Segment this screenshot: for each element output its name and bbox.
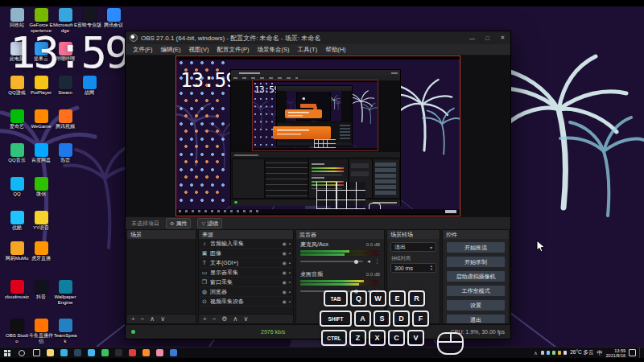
properties-icon[interactable]: ⚙ — [221, 315, 227, 324]
visibility-icon[interactable]: ◉ — [283, 289, 287, 294]
desktop-icon[interactable]: Wallpaper Engine — [53, 280, 77, 305]
menu-item[interactable]: 视图(V) — [185, 46, 213, 54]
visibility-icon[interactable]: ◉ — [283, 279, 287, 285]
desktop-icon[interactable]: 微信 — [29, 177, 53, 197]
source-row[interactable]: ❒窗口采集◉▪ — [199, 278, 293, 287]
preview-canvas[interactable]: 13:59 13:59 — [126, 56, 510, 216]
volume-slider[interactable] — [300, 261, 363, 262]
spinner-arrows-icon[interactable]: ▴▾ — [431, 265, 432, 272]
remove-icon[interactable]: − — [141, 315, 145, 324]
slider-knob[interactable] — [354, 290, 358, 294]
move-down-icon[interactable]: ∨ — [160, 315, 165, 324]
control-button[interactable]: 工作室模式 — [446, 285, 506, 297]
control-button[interactable]: 开始推流 — [446, 241, 506, 253]
desktop-icon[interactable]: TeamSpeak — [53, 319, 77, 343]
desktop-icon[interactable]: 爱奇艺 — [5, 109, 29, 130]
duration-spinner[interactable]: 300 ms ▴▾ — [390, 263, 436, 273]
slider-knob[interactable] — [354, 260, 358, 264]
menu-item[interactable]: 配置文件(P) — [213, 46, 254, 54]
desktop-icon[interactable]: 百度网盘 — [29, 143, 53, 163]
source-row[interactable]: ▭显示器采集◉▪ — [199, 268, 293, 278]
transition-select[interactable]: 淡出 ▾ — [390, 242, 436, 252]
obs-window[interactable]: OBS 27.0.1 (64-bit, windows) - 配置文件: 未命名… — [125, 31, 511, 339]
move-down-icon[interactable]: ∨ — [243, 315, 248, 324]
lock-icon[interactable]: ▪ — [289, 251, 291, 256]
taskbar-app-wechat[interactable] — [98, 348, 112, 359]
control-button[interactable]: 开始录制 — [446, 256, 506, 268]
source-row[interactable]: ♪音频输入采集◉▪ — [199, 239, 293, 249]
lock-icon[interactable]: ▪ — [289, 299, 291, 304]
sources-list[interactable]: ♪音频输入采集◉▪▣图像◉▪T文本(GDI+)◉▪▭显示器采集◉▪❒窗口采集◉▪… — [199, 239, 293, 314]
show-desktop-button[interactable] — [639, 348, 642, 359]
properties-button[interactable]: ⚙ 属性 — [166, 218, 191, 228]
desktop-icon[interactable]: 腾讯会议 — [101, 8, 126, 28]
weather-status[interactable]: 26°C 多云 — [570, 349, 593, 356]
desktop-icon[interactable]: QQ游戏 — [5, 76, 29, 96]
taskbar-app-file-explorer[interactable] — [43, 348, 57, 359]
control-button[interactable]: 设置 — [446, 299, 506, 311]
close-button[interactable]: ✕ — [495, 31, 510, 44]
lock-icon[interactable]: ▪ — [289, 290, 291, 294]
menu-bar[interactable]: 文件(F)编辑(E)视图(V)配置文件(P)场景集合(S)工具(T)帮助(H) — [126, 44, 510, 56]
taskbar-app-douyu[interactable] — [139, 348, 153, 359]
menu-item[interactable]: 编辑(E) — [157, 46, 185, 54]
visibility-icon[interactable]: ◉ — [283, 260, 287, 265]
speaker-icon[interactable]: ◄ — [366, 289, 371, 294]
tray-icon[interactable] — [547, 351, 551, 355]
menu-item[interactable]: 工具(T) — [294, 46, 322, 54]
minimize-button[interactable]: — — [464, 31, 480, 44]
lock-icon[interactable]: ▪ — [289, 270, 291, 275]
desktop-icon[interactable]: PotPlayer — [29, 76, 53, 96]
desktop-icon[interactable]: QQ音乐 — [5, 143, 29, 163]
desktop-icon[interactable]: Steam — [53, 76, 77, 96]
lock-icon[interactable]: ▪ — [289, 241, 291, 246]
source-row[interactable]: ◍浏览器◉▪ — [199, 287, 293, 297]
source-row[interactable]: ▣图像◉▪ — [199, 249, 293, 258]
desktop-icon[interactable]: OBS Studio — [5, 319, 29, 343]
speaker-icon[interactable]: ◄ — [366, 259, 371, 264]
volume-slider[interactable] — [300, 290, 363, 292]
taskbar-app-netease-music[interactable] — [126, 348, 139, 359]
notification-center-icon[interactable] — [629, 349, 636, 356]
start-button[interactable] — [0, 348, 14, 359]
desktop-icon[interactable]: 回收站 — [5, 8, 29, 28]
filters-button[interactable]: ▽ 滤镜 — [197, 218, 222, 228]
tray-expand-icon[interactable]: ∧ — [534, 350, 537, 356]
track-menu-icon[interactable]: ⋮ — [374, 288, 380, 294]
menu-item[interactable]: 文件(F) — [129, 46, 157, 54]
tray-icon[interactable] — [552, 351, 556, 355]
scenes-list[interactable] — [127, 239, 196, 314]
tray-icon[interactable] — [558, 351, 562, 355]
desktop-icon[interactable]: QQ — [5, 177, 29, 197]
tray-icon[interactable] — [564, 351, 568, 355]
taskbar-app-teamspeak[interactable] — [167, 348, 180, 359]
menu-item[interactable]: 场景集合(S) — [254, 46, 294, 54]
source-row[interactable]: ⊙视频采集设备◉▪ — [199, 297, 293, 306]
taskbar-clock[interactable]: 13:59 2021/8/16 — [606, 348, 625, 358]
desktop-icon[interactable]: WeGame — [29, 109, 53, 130]
source-row[interactable]: T文本(GDI+)◉▪ — [199, 258, 293, 268]
desktop-icon[interactable]: 迅雷 — [53, 143, 77, 163]
tray-icon[interactable] — [541, 351, 545, 355]
desktop-icon[interactable]: 虎牙直播 — [29, 241, 53, 261]
visibility-icon[interactable]: ◉ — [283, 241, 287, 246]
control-button[interactable]: 启动虚拟摄像机 — [446, 270, 506, 282]
task-view-button[interactable] — [29, 348, 43, 359]
desktop-icon[interactable]: YY语音 — [29, 211, 53, 231]
desktop-icon[interactable]: 剪映专业版 — [77, 8, 101, 28]
desktop-icon[interactable]: 腾讯视频 — [53, 109, 77, 130]
track-menu-icon[interactable]: ⋮ — [374, 258, 380, 265]
menu-item[interactable]: 帮助(H) — [321, 46, 349, 54]
desktop-icon[interactable]: 斗鱼直播伴侣 — [29, 319, 53, 343]
add-icon[interactable]: + — [203, 315, 207, 324]
remove-icon[interactable]: − — [213, 315, 217, 324]
visibility-icon[interactable]: ◉ — [283, 298, 287, 304]
desktop-icon[interactable]: 网易MuMu — [5, 241, 29, 261]
move-up-icon[interactable]: ∧ — [233, 315, 238, 324]
desktop-icon[interactable]: 优酷 — [5, 211, 29, 231]
taskbar-app-bilibili[interactable] — [153, 348, 167, 359]
desktop-icon[interactable]: 抖音 — [29, 280, 53, 300]
move-up-icon[interactable]: ∧ — [150, 315, 155, 324]
desktop-icon[interactable]: 战网 — [77, 76, 101, 96]
lock-icon[interactable]: ▪ — [289, 261, 291, 265]
